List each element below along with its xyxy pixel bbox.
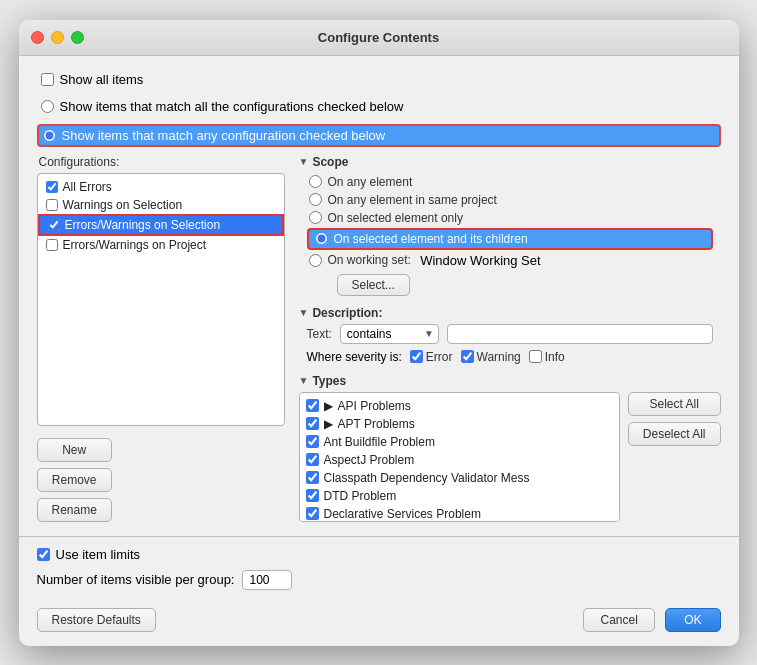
left-panel: Configurations: All Errors Warnings on S…	[37, 155, 285, 522]
show-all-items-checkbox[interactable]	[41, 73, 54, 86]
items-per-group-input[interactable]	[242, 570, 292, 590]
type-item-ant[interactable]: Ant Buildfile Problem	[300, 433, 619, 451]
working-set-value: Window Working Set	[420, 253, 540, 268]
footer-right: Cancel OK	[583, 608, 720, 632]
config-checkbox-errors-warnings-project[interactable]	[46, 239, 58, 251]
type-checkbox-classpath[interactable]	[306, 471, 319, 484]
ok-button[interactable]: OK	[665, 608, 720, 632]
description-dropdown-select[interactable]: contains starts with ends with equals	[347, 327, 418, 341]
dialog-body: Show all items Show items that match all…	[19, 56, 739, 536]
description-text-row: Text: contains starts with ends with equ…	[299, 324, 721, 344]
type-checkbox-apt[interactable]	[306, 417, 319, 430]
item-limits-row: Use item limits	[37, 547, 721, 562]
type-item-apt[interactable]: ▶ APT Problems	[300, 415, 619, 433]
right-panel: ▼ Scope On any element On any element in…	[299, 155, 721, 522]
scope-same-project[interactable]: On any element in same project	[299, 191, 721, 209]
close-button[interactable]	[31, 31, 44, 44]
severity-row: Where severity is: Error Warning Info	[299, 350, 721, 364]
restore-defaults-button[interactable]: Restore Defaults	[37, 608, 156, 632]
error-checkbox[interactable]	[410, 350, 423, 363]
scope-header: ▼ Scope	[299, 155, 721, 169]
config-item-all-errors[interactable]: All Errors	[38, 178, 284, 196]
items-count-row: Number of items visible per group:	[37, 570, 721, 590]
config-item-warnings-selection[interactable]: Warnings on Selection	[38, 196, 284, 214]
type-arrow-api-icon: ▶	[324, 399, 333, 413]
types-title: Types	[312, 374, 346, 388]
type-checkbox-dtd[interactable]	[306, 489, 319, 502]
type-label-api: API Problems	[338, 399, 411, 413]
scope-working-set-radio[interactable]	[309, 254, 322, 267]
type-item-dtd[interactable]: DTD Problem	[300, 487, 619, 505]
use-item-limits-checkbox[interactable]	[37, 548, 50, 561]
type-label-dtd: DTD Problem	[324, 489, 397, 503]
scope-selected-children-radio[interactable]	[315, 232, 328, 245]
dialog-footer: Restore Defaults Cancel OK	[19, 600, 739, 646]
severity-label: Where severity is:	[307, 350, 402, 364]
info-label: Info	[545, 350, 565, 364]
bottom-bar: Use item limits Number of items visible …	[19, 536, 739, 600]
maximize-button[interactable]	[71, 31, 84, 44]
select-button-row: Select...	[299, 274, 721, 296]
config-item-errors-warnings-selection[interactable]: Errors/Warnings on Selection	[38, 214, 284, 236]
match-any-radio[interactable]	[43, 129, 56, 142]
info-checkbox[interactable]	[529, 350, 542, 363]
type-label-apt: APT Problems	[338, 417, 415, 431]
scope-selected-only[interactable]: On selected element only	[299, 209, 721, 227]
rename-button[interactable]: Rename	[37, 498, 112, 522]
configs-list: All Errors Warnings on Selection Errors/…	[37, 173, 285, 426]
config-label-warnings-selection: Warnings on Selection	[63, 198, 183, 212]
show-all-items-label: Show all items	[60, 72, 144, 87]
new-button[interactable]: New	[37, 438, 112, 462]
type-item-api[interactable]: ▶ API Problems	[300, 397, 619, 415]
types-list: ▶ API Problems ▶ APT Problems Ant Buildf…	[299, 392, 620, 522]
scope-working-set-row: On working set: Window Working Set	[299, 251, 721, 270]
description-header: ▼ Description:	[299, 306, 721, 320]
show-all-items-row: Show all items	[37, 70, 721, 89]
warning-checkbox[interactable]	[461, 350, 474, 363]
type-label-aspectj: AspectJ Problem	[324, 453, 415, 467]
deselect-all-button[interactable]: Deselect All	[628, 422, 721, 446]
match-any-row[interactable]: Show items that match any configuration …	[37, 124, 721, 147]
title-bar: Configure Contents	[19, 20, 739, 56]
config-item-errors-warnings-project[interactable]: Errors/Warnings on Project	[38, 236, 284, 254]
type-checkbox-ant[interactable]	[306, 435, 319, 448]
types-section: ▼ Types ▶ API Problems ▶	[299, 374, 721, 522]
scope-section: ▼ Scope On any element On any element in…	[299, 155, 721, 296]
scope-same-project-radio[interactable]	[309, 193, 322, 206]
scope-selected-only-radio[interactable]	[309, 211, 322, 224]
configs-label: Configurations:	[37, 155, 285, 169]
scope-arrow-icon: ▼	[299, 156, 309, 167]
type-item-aspectj[interactable]: AspectJ Problem	[300, 451, 619, 469]
type-checkbox-api[interactable]	[306, 399, 319, 412]
config-label-all-errors: All Errors	[63, 180, 112, 194]
cancel-button[interactable]: Cancel	[583, 608, 655, 632]
type-item-classpath[interactable]: Classpath Dependency Validator Mess	[300, 469, 619, 487]
warning-label: Warning	[477, 350, 521, 364]
select-all-button[interactable]: Select All	[628, 392, 721, 416]
scope-same-project-label: On any element in same project	[328, 193, 497, 207]
types-header: ▼ Types	[299, 374, 721, 388]
match-all-label: Show items that match all the configurat…	[60, 99, 404, 114]
description-dropdown[interactable]: contains starts with ends with equals ▼	[340, 324, 439, 344]
scope-selected-children[interactable]: On selected element and its children	[307, 228, 713, 250]
config-checkbox-all-errors[interactable]	[46, 181, 58, 193]
description-text-input[interactable]	[447, 324, 713, 344]
type-checkbox-aspectj[interactable]	[306, 453, 319, 466]
types-buttons: Select All Deselect All	[628, 392, 721, 522]
scope-any-element[interactable]: On any element	[299, 173, 721, 191]
scope-selected-only-label: On selected element only	[328, 211, 463, 225]
scope-any-element-radio[interactable]	[309, 175, 322, 188]
type-item-declarative[interactable]: Declarative Services Problem	[300, 505, 619, 522]
use-item-limits-label: Use item limits	[56, 547, 141, 562]
config-checkbox-warnings-selection[interactable]	[46, 199, 58, 211]
type-checkbox-declarative[interactable]	[306, 507, 319, 520]
main-area: Configurations: All Errors Warnings on S…	[37, 155, 721, 522]
config-checkbox-errors-warnings-selection[interactable]	[48, 219, 60, 231]
match-all-row: Show items that match all the configurat…	[37, 97, 721, 116]
remove-button[interactable]: Remove	[37, 468, 112, 492]
minimize-button[interactable]	[51, 31, 64, 44]
description-text-label: Text:	[307, 327, 332, 341]
config-label-errors-warnings-project: Errors/Warnings on Project	[63, 238, 207, 252]
match-all-radio[interactable]	[41, 100, 54, 113]
select-button[interactable]: Select...	[337, 274, 410, 296]
